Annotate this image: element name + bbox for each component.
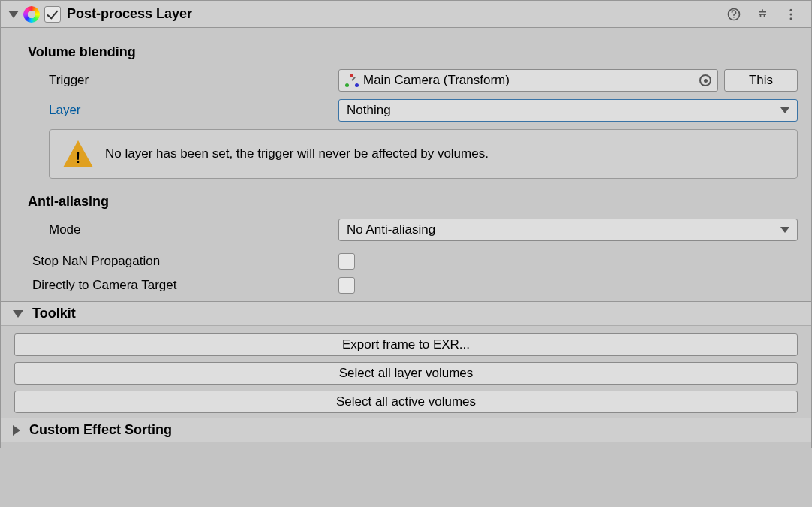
transform-icon xyxy=(345,74,359,87)
svg-point-9 xyxy=(790,17,792,20)
component-bottom-divider xyxy=(1,442,811,448)
chevron-down-icon xyxy=(780,107,789,113)
context-menu-icon[interactable] xyxy=(780,4,801,25)
foldout-arrow-icon[interactable] xyxy=(13,425,20,436)
select-layer-volumes-button[interactable]: Select all layer volumes xyxy=(14,362,798,385)
object-picker-icon[interactable] xyxy=(699,74,711,86)
aa-mode-row: Mode No Anti-aliasing xyxy=(17,219,798,241)
presets-icon[interactable] xyxy=(752,4,773,25)
layer-value: Nothing xyxy=(347,103,391,118)
help-icon[interactable] xyxy=(723,4,744,25)
stop-nan-label: Stop NaN Propagation xyxy=(17,254,338,269)
component-enabled-checkbox[interactable] xyxy=(44,6,61,23)
svg-point-1 xyxy=(733,17,734,17)
trigger-row: Trigger Main Camera (Transform) This xyxy=(17,69,798,92)
stop-nan-checkbox[interactable] xyxy=(338,253,355,270)
component-body: Volume blending Trigger Main Camera (Tra… xyxy=(1,28,811,448)
warning-text: No layer has been set, the trigger will … xyxy=(105,146,489,162)
toolkit-panel: Toolkit Export frame to EXR... Select al… xyxy=(1,301,811,418)
component-header: Post-process Layer xyxy=(1,1,811,28)
toolkit-title: Toolkit xyxy=(32,306,76,321)
post-process-layer-component: Post-process Layer Volume blending Trigg… xyxy=(0,0,812,448)
trigger-object-field[interactable]: Main Camera (Transform) xyxy=(338,69,718,92)
direct-camera-row: Directly to Camera Target xyxy=(17,277,798,294)
select-active-volumes-button[interactable]: Select all active volumes xyxy=(14,391,798,413)
svg-point-7 xyxy=(790,8,792,11)
anti-aliasing-title: Anti-aliasing xyxy=(28,194,798,210)
foldout-arrow-icon[interactable] xyxy=(13,310,23,318)
layer-warning-box: No layer has been set, the trigger will … xyxy=(49,129,798,179)
aa-mode-value: No Anti-aliasing xyxy=(347,222,435,237)
component-title: Post-process Layer xyxy=(67,6,192,22)
direct-camera-label: Directly to Camera Target xyxy=(17,278,338,293)
custom-effect-sorting-title: Custom Effect Sorting xyxy=(29,422,172,438)
this-button[interactable]: This xyxy=(724,69,798,92)
stop-nan-row: Stop NaN Propagation xyxy=(17,253,798,270)
aa-mode-label: Mode xyxy=(17,222,338,237)
volume-blending-title: Volume blending xyxy=(28,44,798,60)
custom-effect-sorting-panel: Custom Effect Sorting xyxy=(1,418,811,442)
chevron-down-icon xyxy=(780,227,789,233)
export-frame-button[interactable]: Export frame to EXR... xyxy=(14,333,798,356)
warning-icon xyxy=(63,140,93,167)
custom-effect-sorting-header[interactable]: Custom Effect Sorting xyxy=(1,418,811,442)
trigger-value: Main Camera (Transform) xyxy=(363,73,510,88)
layer-label[interactable]: Layer xyxy=(17,103,338,118)
aa-mode-dropdown[interactable]: No Anti-aliasing xyxy=(338,219,798,241)
trigger-label: Trigger xyxy=(17,73,338,88)
layer-dropdown[interactable]: Nothing xyxy=(338,99,798,122)
direct-camera-checkbox[interactable] xyxy=(338,277,355,294)
foldout-arrow-icon[interactable] xyxy=(8,11,19,18)
toolkit-header[interactable]: Toolkit xyxy=(1,302,811,326)
component-color-icon xyxy=(23,6,40,23)
svg-point-8 xyxy=(790,13,792,15)
layer-row: Layer Nothing xyxy=(17,99,798,122)
